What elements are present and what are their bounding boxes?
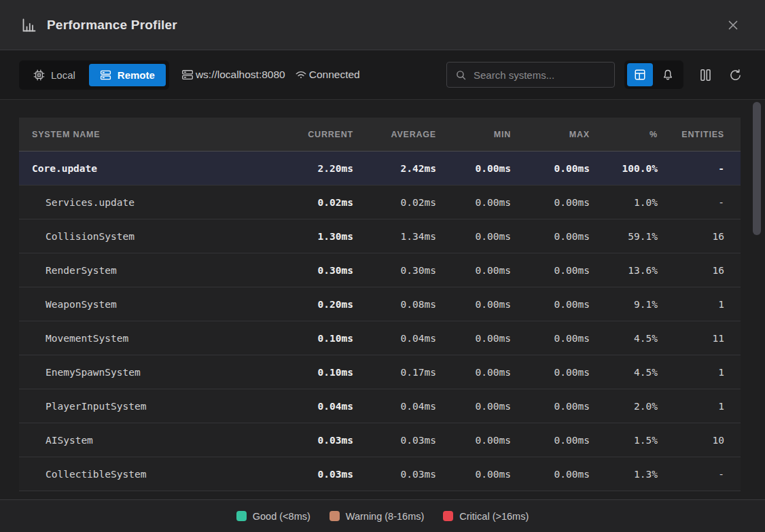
average-cell: 0.04ms <box>361 401 444 412</box>
column-header-min[interactable]: MIN <box>444 130 519 139</box>
table-row[interactable]: Services.update 0.02ms 0.02ms 0.00ms 0.0… <box>19 185 741 219</box>
local-button-label: Local <box>51 69 75 81</box>
percent-cell: 1.5% <box>598 435 666 446</box>
entities-cell: 1 <box>666 367 741 378</box>
alerts-button[interactable] <box>655 63 681 86</box>
entities-cell: - <box>666 197 741 208</box>
table-row[interactable]: AISystem 0.03ms 0.03ms 0.00ms 0.00ms 1.5… <box>19 423 741 457</box>
average-cell: 0.02ms <box>361 197 444 208</box>
table-row[interactable]: Core.update 2.20ms 2.42ms 0.00ms 0.00ms … <box>19 152 741 185</box>
warning-swatch <box>330 511 340 521</box>
cpu-icon <box>33 69 45 81</box>
remote-button-label: Remote <box>118 69 155 81</box>
table-header-row: SYSTEM NAME CURRENT AVERAGE MIN MAX % EN… <box>19 118 741 152</box>
close-button[interactable] <box>722 14 745 37</box>
table-row[interactable]: WeaponSystem 0.20ms 0.08ms 0.00ms 0.00ms… <box>19 287 741 321</box>
legend-item-good: Good (<8ms) <box>236 511 310 522</box>
min-cell: 0.00ms <box>444 299 519 310</box>
page-title: Performance Profiler <box>47 18 177 33</box>
min-cell: 0.00ms <box>444 469 519 480</box>
min-cell: 0.00ms <box>444 265 519 276</box>
table-row[interactable]: CollisionSystem 1.30ms 1.34ms 0.00ms 0.0… <box>19 219 741 253</box>
table-body: Core.update 2.20ms 2.42ms 0.00ms 0.00ms … <box>19 152 741 491</box>
view-toggle-group <box>624 60 683 89</box>
min-cell: 0.00ms <box>444 435 519 446</box>
table-view-button[interactable] <box>627 63 653 86</box>
pause-icon <box>699 69 712 82</box>
percent-cell: 2.0% <box>598 401 666 412</box>
search-icon <box>455 69 467 81</box>
percent-cell: 59.1% <box>598 231 666 242</box>
max-cell: 0.00ms <box>519 197 598 208</box>
system-name-cell: Core.update <box>19 163 280 174</box>
systems-table: SYSTEM NAME CURRENT AVERAGE MIN MAX % EN… <box>19 118 741 491</box>
percent-cell: 4.5% <box>598 333 666 344</box>
column-header-average[interactable]: AVERAGE <box>361 130 444 139</box>
table-row[interactable]: MovementSystem 0.10ms 0.04ms 0.00ms 0.00… <box>19 321 741 355</box>
server-icon <box>181 69 194 81</box>
system-name-cell: PlayerInputSystem <box>19 401 280 412</box>
current-cell: 2.20ms <box>280 163 361 174</box>
legend-label-good: Good (<8ms) <box>253 511 310 522</box>
current-cell: 0.03ms <box>280 469 361 480</box>
current-cell: 0.04ms <box>280 401 361 412</box>
percent-cell: 1.3% <box>598 469 666 480</box>
entities-cell: 16 <box>666 265 741 276</box>
pause-button[interactable] <box>694 63 716 86</box>
legend-label-warning: Warning (8-16ms) <box>346 511 425 522</box>
critical-swatch <box>443 511 453 521</box>
max-cell: 0.00ms <box>519 231 598 242</box>
local-button[interactable]: Local <box>22 64 86 86</box>
column-header-max[interactable]: MAX <box>519 130 598 139</box>
system-name-cell: WeaponSystem <box>19 299 280 310</box>
table-row[interactable]: RenderSystem 0.30ms 0.30ms 0.00ms 0.00ms… <box>19 253 741 287</box>
legend-item-warning: Warning (8-16ms) <box>330 511 425 522</box>
remote-button[interactable]: Remote <box>89 64 166 86</box>
close-icon <box>726 18 740 32</box>
min-cell: 0.00ms <box>444 333 519 344</box>
average-cell: 0.03ms <box>361 435 444 446</box>
percent-cell: 4.5% <box>598 367 666 378</box>
search-input[interactable] <box>474 69 606 81</box>
scrollbar-thumb[interactable] <box>753 102 761 235</box>
performance-profiler-window: Performance Profiler Local <box>0 0 765 532</box>
column-header-percent[interactable]: % <box>598 130 666 139</box>
titlebar: Performance Profiler <box>0 0 765 50</box>
average-cell: 0.03ms <box>361 469 444 480</box>
percent-cell: 1.0% <box>598 197 666 208</box>
connection-info: ws://localhost:8080 Connected <box>181 69 360 81</box>
average-cell: 0.30ms <box>361 265 444 276</box>
entities-cell: 1 <box>666 401 741 412</box>
refresh-icon <box>729 69 742 82</box>
current-cell: 0.10ms <box>280 367 361 378</box>
entities-cell: 11 <box>666 333 741 344</box>
column-header-system-name[interactable]: SYSTEM NAME <box>19 130 280 139</box>
system-name-cell: CollectibleSystem <box>19 469 280 480</box>
system-name-cell: MovementSystem <box>19 333 280 344</box>
average-cell: 0.04ms <box>361 333 444 344</box>
column-header-entities[interactable]: ENTITIES <box>666 130 741 139</box>
table-row[interactable]: PlayerInputSystem 0.04ms 0.04ms 0.00ms 0… <box>19 389 741 423</box>
refresh-button[interactable] <box>724 63 746 86</box>
good-swatch <box>236 511 247 521</box>
average-cell: 0.17ms <box>361 367 444 378</box>
current-cell: 0.20ms <box>280 299 361 310</box>
legend-bar: Good (<8ms) Warning (8-16ms) Critical (>… <box>0 499 765 532</box>
max-cell: 0.00ms <box>519 163 598 174</box>
entities-cell: - <box>666 163 741 174</box>
system-name-cell: EnemySpawnSystem <box>19 367 280 378</box>
column-header-current[interactable]: CURRENT <box>280 130 361 139</box>
max-cell: 0.00ms <box>519 299 598 310</box>
current-cell: 0.03ms <box>280 435 361 446</box>
min-cell: 0.00ms <box>444 231 519 242</box>
table-row[interactable]: EnemySpawnSystem 0.10ms 0.17ms 0.00ms 0.… <box>19 355 741 389</box>
current-cell: 0.30ms <box>280 265 361 276</box>
server-icon <box>100 69 111 81</box>
table-row[interactable]: CollectibleSystem 0.03ms 0.03ms 0.00ms 0… <box>19 457 741 491</box>
system-name-cell: CollisionSystem <box>19 231 280 242</box>
percent-cell: 13.6% <box>598 265 666 276</box>
min-cell: 0.00ms <box>444 197 519 208</box>
scrollbar-track[interactable] <box>753 101 761 498</box>
bell-icon <box>662 69 674 81</box>
entities-cell: - <box>666 469 741 480</box>
